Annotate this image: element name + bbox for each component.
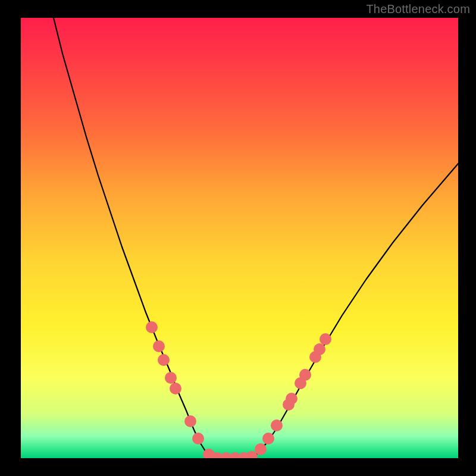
highlight-dot <box>286 393 298 405</box>
highlight-dot <box>314 343 325 355</box>
chart-svg <box>21 18 458 458</box>
highlight-dot <box>170 383 181 394</box>
highlight-dot <box>255 443 267 455</box>
chart-frame: TheBottleneck.com <box>0 0 476 476</box>
highlight-dot <box>271 419 283 431</box>
curve-group <box>54 18 458 458</box>
marker-group <box>146 321 331 458</box>
chart-plot-area <box>21 18 458 458</box>
highlight-dot <box>146 321 158 333</box>
highlight-dot <box>262 433 274 444</box>
highlight-dot <box>158 354 170 366</box>
highlight-dot <box>184 415 196 427</box>
watermark-text: TheBottleneck.com <box>366 2 470 16</box>
bottleneck-curve <box>54 18 458 458</box>
highlight-dot <box>320 333 331 345</box>
highlight-dot <box>299 369 311 381</box>
highlight-dot <box>192 433 204 444</box>
highlight-dot <box>153 340 165 352</box>
highlight-dot <box>165 372 177 384</box>
